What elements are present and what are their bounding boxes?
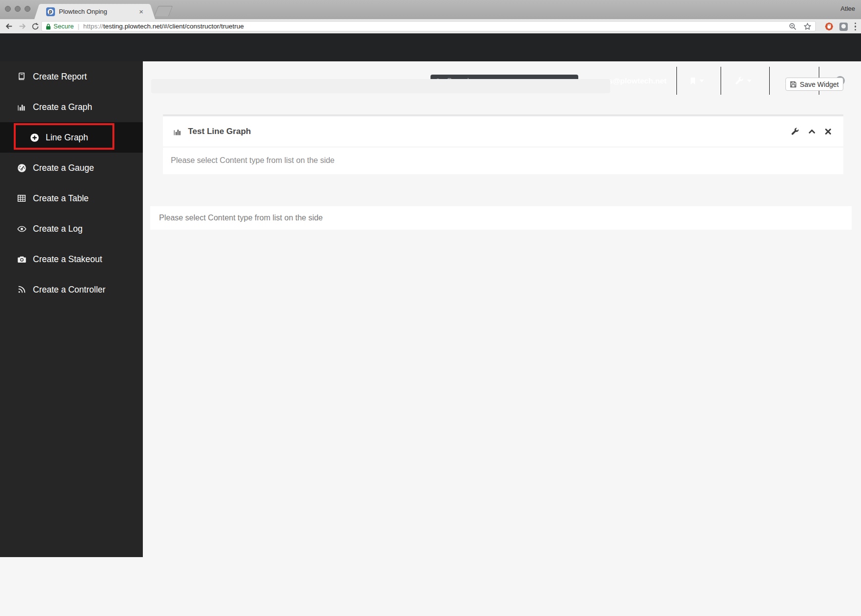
wrench-icon bbox=[791, 128, 799, 135]
sidebar-item-label: Create a Log bbox=[33, 224, 82, 234]
browser-tab[interactable]: p Plowtech Onping × bbox=[41, 4, 148, 19]
app-header: p OnPing access@plowtech.net ? bbox=[0, 33, 861, 61]
sidebar-item-create-a-table[interactable]: Create a Table bbox=[0, 183, 143, 214]
sidebar-item-create-a-gauge[interactable]: Create a Gauge bbox=[0, 153, 143, 183]
bookmark-star-icon[interactable] bbox=[804, 23, 811, 30]
sidebar-item-label: Create a Controller bbox=[33, 285, 106, 295]
chevron-up-icon bbox=[808, 129, 815, 134]
sidebar-item-line-graph[interactable]: Line Graph bbox=[0, 122, 143, 153]
table-icon bbox=[17, 194, 27, 203]
close-icon bbox=[825, 128, 832, 135]
rss-icon bbox=[17, 285, 27, 294]
window-controls bbox=[5, 6, 30, 12]
new-tab-button[interactable] bbox=[154, 6, 173, 16]
sidebar-item-label: Line Graph bbox=[46, 133, 88, 143]
browser-menu-button[interactable] bbox=[854, 22, 858, 32]
zoom-page-icon[interactable] bbox=[789, 23, 797, 30]
save-icon bbox=[790, 81, 797, 88]
tab-close-button[interactable]: × bbox=[139, 7, 143, 16]
sidebar-item-label: Create a Stakeout bbox=[33, 254, 102, 265]
sidebar: Create Report Create a Graph Line Graph … bbox=[0, 61, 143, 557]
wrench-icon bbox=[735, 77, 744, 85]
bar-chart-icon bbox=[173, 128, 182, 136]
reload-button[interactable] bbox=[31, 23, 39, 30]
book-icon bbox=[17, 72, 27, 81]
sidebar-item-create-a-graph[interactable]: Create a Graph bbox=[0, 92, 143, 122]
browser-titlebar: p Plowtech Onping × Atlee bbox=[0, 0, 861, 19]
eye-icon bbox=[17, 224, 27, 234]
os-user-label: Atlee bbox=[840, 5, 855, 12]
save-widget-label: Save Widget bbox=[800, 80, 838, 88]
chevron-down-icon bbox=[747, 80, 752, 82]
url-host-path: testing.plowtech.net/#/client/constructo… bbox=[103, 23, 244, 30]
site-favicon: p bbox=[46, 7, 55, 16]
extension-hand-icon[interactable] bbox=[825, 22, 834, 31]
sidebar-item-label: Create a Graph bbox=[33, 102, 92, 112]
save-widget-button[interactable]: Save Widget bbox=[785, 78, 843, 91]
header-divider bbox=[721, 67, 721, 95]
widget-settings-button[interactable] bbox=[791, 128, 799, 135]
bookmark-icon bbox=[690, 77, 696, 85]
url-separator: | bbox=[78, 23, 79, 30]
url-text: https://testing.plowtech.net/#/client/co… bbox=[83, 23, 244, 30]
widget-close-button[interactable] bbox=[825, 128, 832, 135]
address-bar[interactable]: Secure | https://testing.plowtech.net/#/… bbox=[41, 21, 816, 31]
tools-dropdown-button[interactable] bbox=[735, 67, 752, 95]
window-close-button[interactable] bbox=[5, 6, 11, 12]
forward-button[interactable] bbox=[18, 22, 27, 30]
sidebar-item-label: Create a Table bbox=[33, 193, 89, 204]
content-panel-message: Please select Content type from list on … bbox=[150, 206, 852, 230]
lock-icon bbox=[46, 23, 51, 30]
sidebar-item-create-a-controller[interactable]: Create a Controller bbox=[0, 274, 143, 305]
header-divider bbox=[676, 67, 677, 95]
back-button[interactable] bbox=[5, 22, 13, 30]
window-minimize-button[interactable] bbox=[15, 6, 21, 12]
widget-collapse-button[interactable] bbox=[808, 129, 815, 134]
header-divider bbox=[769, 67, 770, 95]
sidebar-item-create-a-stakeout[interactable]: Create a Stakeout bbox=[0, 244, 143, 274]
tab-title: Plowtech Onping bbox=[59, 8, 136, 15]
line-graph-widget: Test Line Graph Please select Content ty… bbox=[163, 114, 843, 174]
widget-actions bbox=[791, 128, 832, 135]
gauge-icon bbox=[17, 163, 27, 173]
security-chip[interactable]: Secure bbox=[46, 23, 74, 30]
extension-gray-icon[interactable] bbox=[839, 23, 848, 31]
chevron-down-icon bbox=[700, 80, 704, 82]
widget-title: Test Line Graph bbox=[188, 127, 251, 136]
bar-chart-icon bbox=[17, 103, 27, 111]
bookmarks-dropdown-button[interactable] bbox=[690, 67, 704, 95]
url-scheme: https:// bbox=[83, 23, 104, 30]
widget-body-message: Please select Content type from list on … bbox=[163, 147, 843, 174]
sidebar-item-create-report[interactable]: Create Report bbox=[0, 61, 143, 92]
security-label: Secure bbox=[54, 23, 74, 30]
plus-circle-icon bbox=[29, 133, 39, 142]
camera-icon bbox=[17, 255, 27, 264]
placeholder-input-bar bbox=[151, 79, 610, 93]
sidebar-item-create-a-log[interactable]: Create a Log bbox=[0, 214, 143, 244]
extension-area bbox=[825, 20, 858, 33]
widget-header: Test Line Graph bbox=[163, 116, 843, 147]
window-zoom-button[interactable] bbox=[25, 6, 30, 12]
sidebar-item-label: Create Report bbox=[33, 72, 87, 82]
sidebar-item-label: Create a Gauge bbox=[33, 163, 94, 173]
